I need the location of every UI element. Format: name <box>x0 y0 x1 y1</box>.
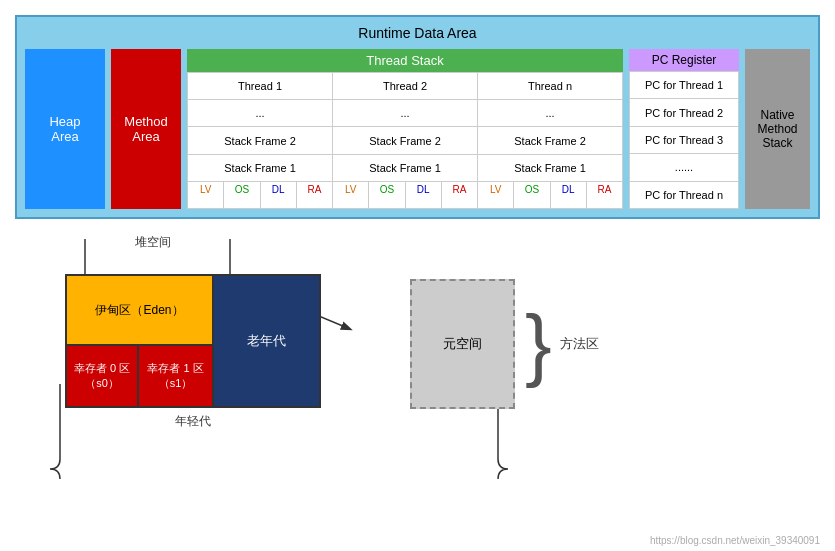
stack-frame-1-row: Stack Frame 1 Stack Frame 1 Stack Frame … <box>188 155 622 182</box>
pc-thread1: PC for Thread 1 <box>630 72 738 99</box>
runtime-title: Runtime Data Area <box>25 25 810 41</box>
sub-labels-row: LV OS DL RA LV OS <box>188 182 622 208</box>
meta-space-group: 元空间 } 方法区 <box>410 279 599 409</box>
thread1-sub: LV OS DL RA <box>188 182 333 208</box>
thread2-sub: LV OS DL RA <box>333 182 478 208</box>
runtime-data-area: Runtime Data Area HeapArea MethodArea Th… <box>15 15 820 219</box>
thread-dots-row: ... ... ... <box>188 100 622 127</box>
heap-area: HeapArea <box>25 49 105 209</box>
eden-area: 伊甸区（Eden） <box>67 276 212 346</box>
bottom-section: 堆空间 伊甸区（Eden） 幸存者 0 区（s0） 幸存者 1 区（s1） <box>0 229 835 479</box>
thread-name-row: Thread 1 Thread 2 Thread n <box>188 73 622 100</box>
thread-2-dots: ... <box>333 100 478 126</box>
pc-thread2: PC for Thread 2 <box>630 99 738 126</box>
pc-thread3: PC for Thread 3 <box>630 127 738 154</box>
sf1-thread1: Stack Frame 1 <box>188 155 333 181</box>
old-gen-area: 老年代 <box>214 276 319 406</box>
pc-dots: ...... <box>630 154 738 181</box>
pc-register-header: PC Register <box>629 49 739 71</box>
native-method-stack: NativeMethodStack <box>745 49 810 209</box>
thread-1-dots: ... <box>188 100 333 126</box>
thread-stack-section: Thread Stack Thread 1 Thread 2 Thread n … <box>187 49 623 209</box>
curly-brace-right: } <box>525 312 552 376</box>
heap-detail-group: 伊甸区（Eden） 幸存者 0 区（s0） 幸存者 1 区（s1） 老年代 年轻… <box>65 274 321 430</box>
survivor-1-area: 幸存者 1 区（s1） <box>139 346 212 406</box>
thread-n-label: Thread n <box>478 73 622 99</box>
dui-kong-jian-label: 堆空间 <box>135 234 171 251</box>
meta-space-box: 元空间 <box>410 279 515 409</box>
thread-n-dots: ... <box>478 100 622 126</box>
fang-fa-qu-label: 方法区 <box>560 335 599 353</box>
stack-frame-2-row: Stack Frame 2 Stack Frame 2 Stack Frame … <box>188 127 622 154</box>
threadn-sub: LV OS DL RA <box>478 182 622 208</box>
method-area: MethodArea <box>111 49 181 209</box>
sf1-thread2: Stack Frame 1 <box>333 155 478 181</box>
pc-threadn: PC for Thread n <box>630 182 738 208</box>
pc-register-grid: PC for Thread 1 PC for Thread 2 PC for T… <box>629 71 739 209</box>
pc-register-section: PC Register PC for Thread 1 PC for Threa… <box>629 49 739 209</box>
watermark: https://blog.csdn.net/weixin_39340091 <box>650 535 820 546</box>
thread-1-label: Thread 1 <box>188 73 333 99</box>
sf2-thread2: Stack Frame 2 <box>333 127 478 153</box>
sf2-thread1: Stack Frame 2 <box>188 127 333 153</box>
survivor-0-area: 幸存者 0 区（s0） <box>67 346 139 406</box>
thread-stack-grid: Thread 1 Thread 2 Thread n ... ... ... S… <box>187 72 623 209</box>
thread-2-label: Thread 2 <box>333 73 478 99</box>
thread-stack-header: Thread Stack <box>187 49 623 72</box>
sf2-threadn: Stack Frame 2 <box>478 127 622 153</box>
sf1-threadn: Stack Frame 1 <box>478 155 622 181</box>
young-gen-label: 年轻代 <box>65 413 321 430</box>
